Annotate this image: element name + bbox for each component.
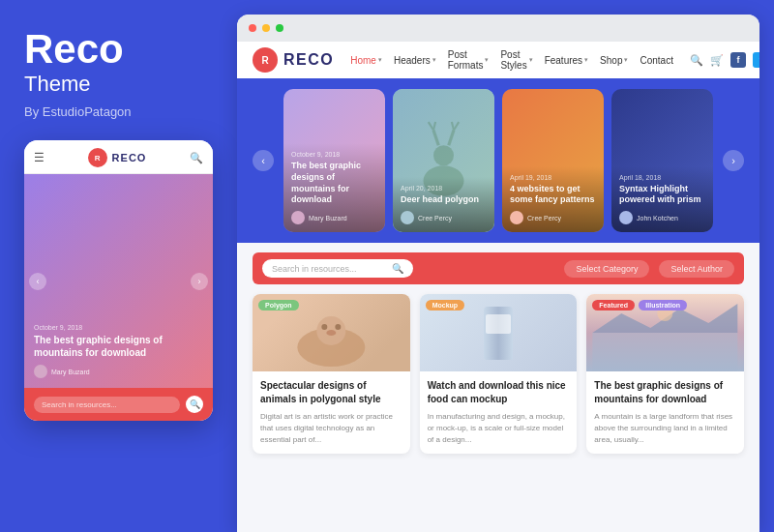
svg-point-11 (335, 324, 341, 330)
mobile-search-button[interactable]: 🔍 (186, 396, 203, 413)
svg-point-10 (321, 324, 327, 330)
nav-home[interactable]: Home ▾ (345, 51, 387, 70)
svg-line-7 (452, 122, 454, 130)
svg-rect-13 (593, 333, 738, 371)
mobile-reco-circle: R (88, 148, 107, 167)
svg-line-3 (449, 131, 454, 146)
hero-card-4-avatar (619, 211, 633, 224)
mobile-prev-button[interactable]: ‹ (29, 273, 46, 290)
search-filter-row: Search in resources... 🔍 Select Category… (253, 252, 744, 284)
hero-card-3-author: Cree Percy (510, 211, 596, 224)
mobile-search-input[interactable]: Search in resources... (34, 397, 180, 413)
nav-headers[interactable]: Headers ▾ (389, 51, 441, 70)
hero-card-3-author-name: Cree Percy (527, 215, 561, 222)
search-bar[interactable]: Search in resources... 🔍 (262, 259, 413, 278)
hero-card-4-author-name: John Kotchen (637, 215, 678, 222)
facebook-icon[interactable]: f (730, 52, 746, 68)
nav-contact[interactable]: Contact (635, 51, 677, 70)
content-section: Search in resources... 🔍 Select Category… (237, 243, 759, 532)
twitter-icon[interactable]: t (753, 52, 759, 68)
brand-title: Reco (24, 29, 124, 70)
hero-next-button[interactable]: › (723, 150, 744, 171)
mobile-search-icon[interactable]: 🔍 (190, 152, 203, 164)
article-card-2[interactable]: Mockup Watch and download this nice food… (420, 294, 578, 454)
article-2-desc: In manufacturing and design, a mockup, o… (428, 411, 570, 446)
mobile-next-button[interactable]: › (191, 273, 208, 290)
hero-slider: ‹ October 9, 2018 The best graphic desig… (237, 78, 759, 243)
article-img-3: Featured Illustration (586, 294, 744, 371)
hero-card-4-title: Syntax Highlight powered with prism (619, 184, 705, 206)
site-nav: Home ▾ Headers ▾ Post Formats ▾ Post Sty… (345, 45, 678, 74)
search-nav-icon[interactable]: 🔍 (690, 54, 703, 67)
article-1-title: Spectacular designs of animals in polygo… (260, 379, 402, 406)
hero-card-1[interactable]: October 9, 2018 The best graphic designs… (283, 89, 385, 232)
hero-card-3-title: 4 websites to get some fancy patterns (510, 184, 596, 206)
nav-shop[interactable]: Shop ▾ (595, 51, 633, 70)
nav-post-formats[interactable]: Post Formats ▾ (443, 45, 494, 74)
nav-post-styles[interactable]: Post Styles ▾ (495, 45, 537, 74)
brand-subtitle: Theme (24, 72, 90, 97)
articles-grid: Polygon Spectacular designs of animals i… (253, 294, 744, 454)
svg-line-5 (433, 122, 435, 130)
hamburger-icon[interactable]: ☰ (34, 151, 45, 164)
hero-card-2-avatar (401, 211, 414, 224)
author-filter-button[interactable]: Select Author (659, 260, 734, 278)
hero-card-1-author: Mary Buzard (291, 211, 377, 224)
search-icon: 🔍 (392, 263, 403, 274)
hero-card-2-date: April 20, 2018 (401, 185, 487, 192)
article-3-title: The best graphic designs of mountains fo… (594, 379, 736, 406)
can-label (486, 314, 511, 334)
left-panel: Reco Theme By EstudioPatagon ☰ R RECO 🔍 … (0, 0, 237, 532)
svg-point-1 (433, 145, 454, 165)
mobile-hero-title: The best graphic designs of mountains fo… (34, 334, 203, 359)
hero-card-2-title: Deer head polygon (401, 194, 487, 206)
hero-card-4-author: John Kotchen (619, 211, 705, 224)
hero-card-3[interactable]: April 19, 2018 4 websites to get some fa… (502, 89, 604, 232)
hero-card-3-avatar (510, 211, 523, 224)
nav-features[interactable]: Features ▾ (540, 51, 593, 70)
browser-content: R RECO Home ▾ Headers ▾ Post Formats ▾ P… (237, 42, 759, 532)
mobile-search-bar: Search in resources... 🔍 (24, 388, 213, 421)
article-2-body: Watch and download this nice food can mo… (420, 371, 578, 454)
site-navbar: R RECO Home ▾ Headers ▾ Post Formats ▾ P… (237, 42, 759, 78)
hero-card-4-date: April 18, 2018 (619, 174, 705, 181)
hero-card-2[interactable]: April 20, 2018 Deer head polygon Cree Pe… (393, 89, 494, 232)
article-img-1: Polygon (253, 294, 410, 371)
hero-card-2-author-name: Cree Percy (418, 215, 452, 222)
hero-card-2-author: Cree Percy (401, 211, 487, 224)
category-filter-button[interactable]: Select Category (564, 260, 649, 278)
hero-card-2-overlay: April 20, 2018 Deer head polygon Cree Pe… (393, 177, 494, 232)
article-2-title: Watch and download this nice food can mo… (428, 379, 570, 406)
article-2-tag: Mockup (426, 300, 464, 310)
hero-card-3-overlay: April 19, 2018 4 websites to get some fa… (502, 166, 604, 232)
site-logo: R RECO (253, 47, 334, 73)
mobile-top-bar: ☰ R RECO 🔍 (24, 140, 213, 174)
hero-card-1-overlay: October 9, 2018 The best graphic designs… (283, 143, 385, 232)
mobile-author-avatar (34, 365, 47, 378)
article-1-tag: Polygon (258, 300, 299, 310)
browser-dot-minimize[interactable] (262, 24, 270, 32)
hero-card-1-title: The best graphic designs of mountains fo… (291, 161, 377, 206)
article-img-2: Mockup (420, 294, 578, 371)
hero-card-3-date: April 19, 2018 (510, 174, 596, 181)
mobile-hero-date: October 9, 2018 (34, 324, 203, 331)
hero-card-4[interactable]: April 18, 2018 Syntax Highlight powered … (611, 89, 713, 232)
hero-card-4-overlay: April 18, 2018 Syntax Highlight powered … (611, 166, 713, 232)
brand-author: By EstudioPatagon (24, 104, 132, 119)
svg-point-12 (326, 330, 336, 336)
article-card-1[interactable]: Polygon Spectacular designs of animals i… (253, 294, 410, 454)
browser-dot-maximize[interactable] (276, 24, 283, 32)
article-3-body: The best graphic designs of mountains fo… (586, 371, 744, 454)
svg-line-2 (433, 131, 438, 146)
browser-mockup: R RECO Home ▾ Headers ▾ Post Formats ▾ P… (237, 15, 759, 532)
svg-line-6 (454, 122, 459, 130)
browser-bar (237, 15, 759, 42)
hero-prev-button[interactable]: ‹ (253, 150, 274, 171)
article-3-desc: A mountain is a large landform that rise… (594, 411, 736, 446)
browser-dot-close[interactable] (249, 24, 256, 32)
hero-card-1-author-name: Mary Buzard (309, 215, 347, 222)
can-shape (484, 307, 513, 360)
article-card-3[interactable]: Featured Illustration The best graphic d… (586, 294, 744, 454)
cart-icon[interactable]: 🛒 (710, 54, 724, 67)
site-reco-circle: R (253, 47, 278, 73)
